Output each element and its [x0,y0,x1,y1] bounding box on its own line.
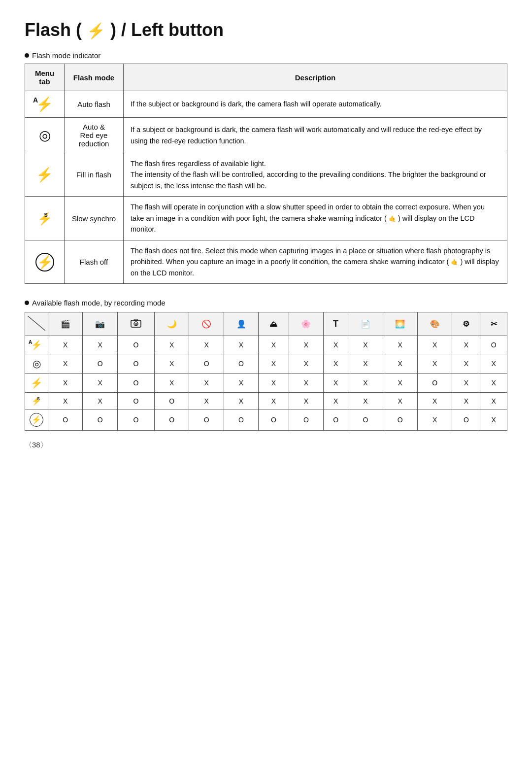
mode-cell-value: X [452,374,480,393]
mode-cell-value: O [348,409,383,431]
mode-cell-value: X [480,393,507,409]
row-icon-0: ⚡A [25,336,48,354]
svg-text:M: M [135,323,137,326]
mode-cell-value: O [83,354,117,374]
mode-cell-value: X [259,336,289,354]
bullet-dot-1 [25,53,29,58]
mode-cell-value: X [383,354,417,374]
mode-cell-value: X [83,336,117,354]
col-header-menu: Menu tab [25,64,65,91]
mode-cell-value: X [289,393,323,409]
mode-cell-value: X [324,374,348,393]
mode-cell-value: X [348,393,383,409]
mode-cell-value: O [324,409,348,431]
col-header-rec-3: M [117,312,154,336]
recording-mode-table: 🎬 📷 M 🌙 🚫 👤 ⛰ 🌸 T 📄 🌅 🎨 ⚙ ✂ [25,312,507,431]
mode-cell-value: X [418,354,452,374]
icon-flash-off: ⚡ [25,240,65,283]
mode-cell-value: O [117,336,154,354]
bullet1-text: Flash mode indicator [32,51,100,60]
mode-cell-value: O [117,393,154,409]
mode-cell-value: X [224,393,258,409]
table-row: ⚡ Fill in flash The flash fires regardle… [25,153,507,197]
mode-slow-synchro: Slow synchro [65,197,124,240]
mode-cell-value: X [48,393,83,409]
icon-slow-synchro: ⚡S [25,197,65,240]
mode-cell-value: X [418,336,452,354]
mode-cell-value: O [452,409,480,431]
icon-red-eye: ◎ [25,118,65,153]
mode-cell-value: X [259,354,289,374]
mode-cell-value: O [418,374,452,393]
mode-cell-value: X [348,354,383,374]
icon-auto-flash: ⚡A [25,91,65,118]
mode-cell-value: O [117,409,154,431]
col-header-rec-10: 📄 [348,312,383,336]
page-title: Flash ( ⚡ ) / Left button [25,20,507,40]
mode-cell-value: X [289,336,323,354]
mode-cell-value: X [189,374,224,393]
mode-cell-value: X [259,374,289,393]
page-number: 〈38〉 [25,441,507,450]
col-header-rec-6: 👤 [224,312,258,336]
mode-cell-value: X [83,374,117,393]
mode-fill-flash: Fill in flash [65,153,124,197]
table-row: ⚡S Slow synchro The flash will operate i… [25,197,507,240]
mode-cell-value: O [383,409,417,431]
table-row: ⚡XXOXXXXXXXXOXX [25,374,507,393]
col-header-rec-1: 🎬 [48,312,83,336]
mode-cell-value: X [189,393,224,409]
mode-cell-value: X [348,336,383,354]
col-header-flash: Flash mode [65,64,124,91]
mode-cell-value: X [289,374,323,393]
mode-cell-value: O [117,374,154,393]
col-header-rec-9: T [324,312,348,336]
mode-cell-value: O [154,393,189,409]
mode-cell-value: X [480,374,507,393]
mode-cell-value: X [48,336,83,354]
col-header-rec-12: 🎨 [418,312,452,336]
row-icon-4: ⚡ [25,409,48,431]
bullet2-text: Available flash mode, by recording mode [32,299,166,307]
flash-mode-table: Menu tab Flash mode Description ⚡A Auto … [25,64,507,284]
mode-cell-value: X [324,393,348,409]
col-header-mode-icon [25,312,48,336]
col-header-desc: Description [124,64,507,91]
mode-cell-value: O [289,409,323,431]
table-row: ◎ Auto & Red eye reduction If a subject … [25,118,507,153]
table-row: ⚡AXXOXXXXXXXXXXO [25,336,507,354]
col-header-rec-14: ✂ [480,312,507,336]
mode-flash-off: Flash off [65,240,124,283]
col-header-rec-5: 🚫 [189,312,224,336]
available-flash-mode-label: Available flash mode, by recording mode [25,299,507,307]
mode-cell-value: X [383,393,417,409]
mode-cell-value: X [383,336,417,354]
mode-cell-value: X [348,374,383,393]
desc-red-eye: If a subject or background is dark, the … [124,118,507,153]
mode-cell-value: X [383,374,417,393]
desc-flash-off: The flash does not fire. Select this mod… [124,240,507,283]
mode-cell-value: O [189,354,224,374]
desc-slow-synchro: The flash will operate in conjunction wi… [124,197,507,240]
table-row: ⚡ Flash off The flash does not fire. Sel… [25,240,507,283]
mode-cell-value: X [324,336,348,354]
desc-fill-flash: The flash fires regardless of available … [124,153,507,197]
col-header-rec-13: ⚙ [452,312,480,336]
mode-cell-value: X [189,336,224,354]
col-header-rec-7: ⛰ [259,312,289,336]
icon-fill-flash: ⚡ [25,153,65,197]
mode-cell-value: O [259,409,289,431]
row-icon-2: ⚡ [25,374,48,393]
mode-cell-value: O [224,354,258,374]
table-row: ⚡A Auto flash If the subject or backgrou… [25,91,507,118]
mode-red-eye: Auto & Red eye reduction [65,118,124,153]
col-header-rec-4: 🌙 [154,312,189,336]
mode-cell-value: X [48,374,83,393]
mode-cell-value: X [154,374,189,393]
mode-cell-value: X [154,354,189,374]
bullet-dot-2 [25,301,29,305]
mode-cell-value: O [48,409,83,431]
mode-cell-value: X [83,393,117,409]
flash-mode-indicator-label: Flash mode indicator [25,51,507,60]
table-row: ⚡OOOOOOOOOOOXOX [25,409,507,431]
